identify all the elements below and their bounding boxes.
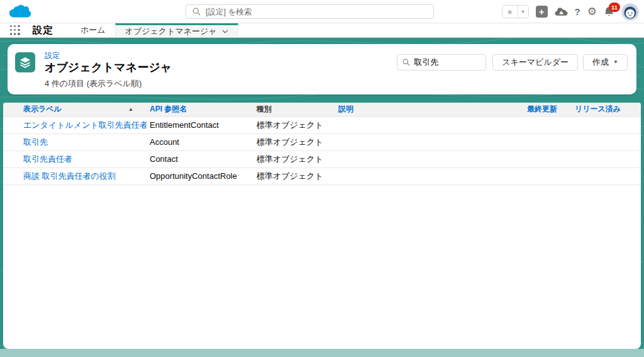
object-quick-find-input[interactable] bbox=[414, 57, 477, 67]
column-header-deployed[interactable]: リリース済み bbox=[572, 103, 641, 116]
page-eyebrow: 設定 bbox=[45, 50, 172, 61]
sort-asc-icon: ▲ bbox=[128, 106, 133, 112]
cell-api-name: Contact bbox=[147, 150, 253, 167]
object-list: 表示ラベル ▲ API 参照名 種別 説明 最終更新 リリース済み エンタイトル… bbox=[3, 103, 641, 349]
object-quick-find bbox=[397, 54, 486, 71]
item-count-text: 4 件の項目 (表示ラベル順) bbox=[45, 78, 628, 89]
create-label: 作成 bbox=[592, 57, 609, 68]
column-header-type: 種別 bbox=[253, 103, 335, 116]
user-avatar[interactable] bbox=[621, 3, 639, 21]
cell-deployed bbox=[572, 133, 641, 150]
salesforce-logo-icon bbox=[9, 4, 31, 20]
cell-description bbox=[335, 167, 524, 184]
table-row: 取引先 Account 標準オブジェクト bbox=[3, 133, 641, 150]
cell-description bbox=[335, 133, 524, 150]
setup-gear-icon[interactable]: ⚙ bbox=[587, 5, 597, 18]
header-actions: ★ ▼ + ? ⚙ 11 bbox=[502, 0, 639, 23]
schema-builder-button[interactable]: スキーマビルダー bbox=[492, 54, 578, 71]
column-header-description[interactable]: 説明 bbox=[335, 103, 524, 116]
bottom-edge-strip bbox=[0, 349, 644, 357]
help-icon[interactable]: ? bbox=[575, 6, 580, 17]
schema-builder-label: スキーマビルダー bbox=[502, 57, 569, 68]
search-icon bbox=[192, 8, 201, 16]
cell-last-modified bbox=[524, 133, 572, 150]
cell-api-name: OpportunityContactRole bbox=[147, 167, 253, 184]
global-search bbox=[186, 4, 434, 19]
tab-home[interactable]: ホーム bbox=[71, 23, 115, 37]
caret-down-icon: ▼ bbox=[613, 59, 618, 65]
cell-description bbox=[335, 150, 524, 167]
table-row: エンタイトルメント取引先責任者 EntitlementContact 標準オブジ… bbox=[3, 116, 641, 133]
favorites-button-group: ★ ▼ bbox=[502, 5, 529, 18]
favorites-star-icon[interactable]: ★ bbox=[502, 6, 518, 18]
app-name-label: 設定 bbox=[33, 24, 53, 37]
cell-last-modified bbox=[524, 167, 572, 184]
table-header-row: 表示ラベル ▲ API 参照名 種別 説明 最終更新 リリース済み bbox=[3, 103, 641, 116]
cell-type: 標準オブジェクト bbox=[253, 150, 335, 167]
cell-api-name: Account bbox=[147, 133, 253, 150]
global-search-input[interactable] bbox=[206, 8, 433, 16]
page-header-card: 設定 オブジェクトマネージャ スキーマビルダー 作成 ▼ 4 件の項目 (表示ラ… bbox=[8, 44, 636, 94]
column-header-label-text: 表示ラベル bbox=[23, 104, 62, 115]
object-link[interactable]: 商談 取引先責任者の役割 bbox=[23, 171, 116, 181]
favorites-dropdown-icon[interactable]: ▼ bbox=[518, 6, 528, 18]
cell-type: 標準オブジェクト bbox=[253, 116, 335, 133]
object-link[interactable]: 取引先 bbox=[23, 137, 48, 147]
search-icon bbox=[402, 59, 410, 66]
chevron-down-icon[interactable] bbox=[222, 30, 228, 33]
global-actions-plus-icon[interactable]: + bbox=[536, 6, 548, 18]
cell-type: 標準オブジェクト bbox=[253, 133, 335, 150]
cell-last-modified bbox=[524, 116, 572, 133]
tab-object-manager[interactable]: オブジェクトマネージャ bbox=[115, 23, 238, 37]
cell-type: 標準オブジェクト bbox=[253, 167, 335, 184]
cell-deployed bbox=[572, 167, 641, 184]
table-row: 商談 取引先責任者の役割 OpportunityContactRole 標準オブ… bbox=[3, 167, 641, 184]
page-title: オブジェクトマネージャ bbox=[45, 62, 172, 74]
notification-count-badge: 11 bbox=[609, 3, 620, 12]
cell-description bbox=[335, 116, 524, 133]
column-header-label[interactable]: 表示ラベル ▲ bbox=[3, 103, 147, 116]
tab-home-label: ホーム bbox=[80, 25, 106, 36]
notifications-bell-icon[interactable]: 11 bbox=[604, 6, 614, 17]
cell-last-modified bbox=[524, 150, 572, 167]
app-launcher-icon[interactable] bbox=[10, 25, 20, 35]
setup-nav-bar: 設定 ホーム オブジェクトマネージャ bbox=[0, 23, 644, 38]
object-manager-icon bbox=[15, 52, 35, 72]
column-header-api-name[interactable]: API 参照名 bbox=[147, 103, 253, 116]
cell-api-name: EntitlementContact bbox=[147, 116, 253, 133]
tab-object-manager-label: オブジェクトマネージャ bbox=[125, 26, 217, 37]
setup-content: 設定 オブジェクトマネージャ スキーマビルダー 作成 ▼ 4 件の項目 (表示ラ… bbox=[0, 38, 644, 357]
cell-deployed bbox=[572, 116, 641, 133]
object-link[interactable]: 取引先責任者 bbox=[23, 154, 72, 164]
trailhead-icon[interactable] bbox=[555, 7, 568, 16]
column-header-last-modified[interactable]: 最終更新 bbox=[524, 103, 572, 116]
object-link[interactable]: エンタイトルメント取引先責任者 bbox=[23, 120, 147, 130]
object-table: 表示ラベル ▲ API 参照名 種別 説明 最終更新 リリース済み エンタイトル… bbox=[3, 103, 641, 185]
global-header: ★ ▼ + ? ⚙ 11 bbox=[0, 0, 644, 23]
create-button[interactable]: 作成 ▼ bbox=[583, 54, 628, 71]
cell-deployed bbox=[572, 150, 641, 167]
table-row: 取引先責任者 Contact 標準オブジェクト bbox=[3, 150, 641, 167]
